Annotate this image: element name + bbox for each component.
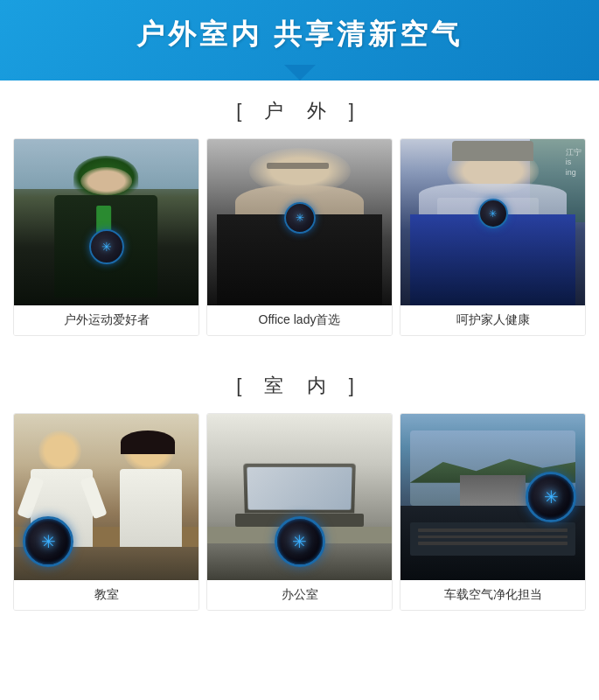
device-classroom xyxy=(23,516,73,567)
section-separator xyxy=(0,345,599,355)
card-office-room: 办公室 xyxy=(206,413,393,611)
device-car xyxy=(526,472,576,522)
header-triangle-decoration xyxy=(284,65,316,80)
card-office-lady: ✳ Office lady首选 xyxy=(206,138,393,336)
card-classroom-image xyxy=(14,414,199,580)
page-header: 户外室内 共享清新空气 xyxy=(0,0,599,80)
card-family-health: 江宁ising ✳ 呵护家人健康 xyxy=(400,138,586,336)
card-outdoor-sport-label: 户外运动爱好者 xyxy=(14,305,199,335)
card-office-room-image xyxy=(207,414,392,580)
card-family-health-label: 呵护家人健康 xyxy=(400,305,585,335)
indoor-section: [ 室 内 ] xyxy=(0,355,599,620)
indoor-section-label: [ 室 内 ] xyxy=(13,373,586,399)
header-title: 户外室内 共享清新空气 xyxy=(17,16,582,54)
card-office-lady-image: ✳ xyxy=(207,139,392,305)
outdoor-section-label: [ 户 外 ] xyxy=(13,98,586,124)
card-car: 车载空气净化担当 xyxy=(400,413,586,611)
outdoor-section: [ 户 外 ] xyxy=(0,80,599,345)
indoor-cards-grid: 教室 办公室 xyxy=(13,413,586,611)
card-office-lady-label: Office lady首选 xyxy=(207,305,392,335)
card-outdoor-sport-image: ✳ xyxy=(14,139,199,305)
card-outdoor-sport: ✳ 户外运动爱好者 xyxy=(13,138,199,336)
card-car-label: 车载空气净化担当 xyxy=(400,580,585,610)
card-office-room-label: 办公室 xyxy=(207,580,392,610)
outdoor-cards-grid: ✳ 户外运动爱好者 xyxy=(13,138,586,336)
card-classroom-label: 教室 xyxy=(14,580,199,610)
card-classroom: 教室 xyxy=(13,413,199,611)
card-family-health-image: 江宁ising ✳ xyxy=(400,139,585,305)
card-car-image xyxy=(400,414,585,580)
device-office xyxy=(275,516,325,567)
